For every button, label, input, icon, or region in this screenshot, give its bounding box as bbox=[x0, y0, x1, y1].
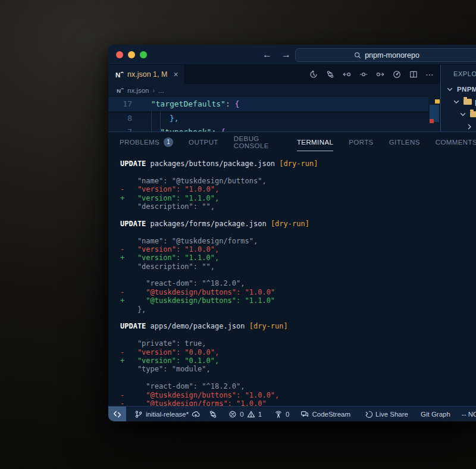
panel-tab-debug-console[interactable]: DEBUG CONSOLE bbox=[234, 132, 281, 151]
explorer-tree-item[interactable] bbox=[441, 120, 476, 132]
breadcrumb-more: ... bbox=[158, 87, 164, 94]
statusbar-label: 0 bbox=[240, 411, 243, 418]
indent-guide bbox=[151, 111, 152, 132]
panel-tab-terminal[interactable]: TERMINAL bbox=[297, 132, 333, 151]
sticky-code-line: 17 "targetDefaults": { bbox=[108, 97, 440, 111]
code-editor[interactable]: 17 "targetDefaults": {8 },7 "typecheck":… bbox=[108, 97, 440, 132]
search-icon bbox=[354, 52, 361, 59]
code-token: { bbox=[235, 97, 240, 111]
terminal-line: + "version": "1.1.0", bbox=[120, 254, 476, 262]
split-editor-icon[interactable] bbox=[409, 70, 418, 79]
panel-tab-gitlens[interactable]: GITLENS bbox=[389, 132, 420, 151]
codestream[interactable]: CodeStream bbox=[300, 410, 350, 418]
window-controls bbox=[116, 51, 147, 58]
explorer-root-item[interactable]: PNPM-MONOREPO bbox=[441, 83, 476, 95]
terminal-line: "description": "", bbox=[120, 202, 476, 211]
svg-text:N: N bbox=[115, 71, 120, 79]
panel-tab-ports[interactable]: PORTS bbox=[349, 132, 373, 151]
code-line: 7 "typecheck": { bbox=[108, 125, 440, 132]
statusbar-label: Git Graph bbox=[421, 411, 450, 418]
breadcrumb-file: nx.json bbox=[127, 87, 149, 94]
explorer-tree-item[interactable]: packages bbox=[441, 95, 476, 108]
back-arrow-icon[interactable]: ← bbox=[262, 50, 273, 60]
bottom-panel: PROBLEMS1OUTPUTDEBUG CONSOLETERMINALPORT… bbox=[108, 132, 476, 406]
panel-tab-label: DEBUG CONSOLE bbox=[234, 135, 281, 149]
git-branch[interactable]: initial-release* bbox=[134, 410, 200, 418]
terminal-line: - "@tuskdesign/buttons": "1.0.0", bbox=[120, 391, 476, 399]
terminal-line: UPDATE packages/buttons/package.json [dr… bbox=[120, 160, 476, 168]
close-window-button[interactable] bbox=[116, 51, 123, 58]
forward-arrow-icon[interactable]: → bbox=[281, 50, 292, 60]
minimap[interactable] bbox=[428, 97, 440, 132]
minimize-window-button[interactable] bbox=[128, 51, 135, 58]
remote-indicator[interactable] bbox=[108, 407, 126, 421]
nx-logo-icon: N bbox=[117, 87, 124, 94]
panel-tab-output[interactable]: OUTPUT bbox=[189, 132, 218, 151]
nx-logo-icon: N bbox=[115, 70, 124, 79]
live-share-icon bbox=[364, 410, 372, 418]
update-keyword: UPDATE bbox=[120, 220, 146, 228]
explorer-tree: PNPM-MONOREPOpackages bbox=[441, 83, 476, 132]
titlebar: ← → pnpm-monorepo bbox=[108, 45, 476, 65]
panel-tab-comments[interactable]: COMMENTS bbox=[436, 132, 476, 151]
command-center-search[interactable]: pnpm-monorepo bbox=[295, 48, 476, 62]
chevron-right-icon: › bbox=[152, 87, 155, 94]
svg-text:N: N bbox=[117, 87, 121, 94]
terminal-line: "react-dom": "^18.2.0", bbox=[120, 279, 476, 287]
statusbar-label: Live Share bbox=[375, 411, 408, 418]
terminal-line: "name": "@tuskdesign/buttons", bbox=[120, 177, 476, 185]
panel-tab-label: COMMENTS bbox=[436, 139, 476, 146]
statusbar-label: CodeStream bbox=[312, 411, 350, 418]
line-number: 17 bbox=[108, 97, 142, 111]
git-graph[interactable]: Git Graph bbox=[421, 411, 450, 418]
close-tab-icon[interactable]: × bbox=[173, 70, 178, 79]
chevron-down-icon bbox=[452, 98, 461, 106]
breadcrumb[interactable]: N nx.json › ... bbox=[108, 84, 440, 97]
ports-forwarded[interactable]: 0 bbox=[274, 410, 289, 418]
panel-tab-label: OUTPUT bbox=[189, 139, 218, 146]
circle-icon[interactable] bbox=[359, 70, 368, 79]
statusbar-label: -- NORMAL -- bbox=[462, 411, 476, 418]
search-value: pnpm-monorepo bbox=[365, 51, 419, 60]
terminal-line: "name": "@tuskdesign/forms", bbox=[120, 237, 476, 245]
explorer-sidebar: EXPLORER PNPM-MONOREPOpackages bbox=[440, 65, 476, 132]
git-compare-icon[interactable] bbox=[325, 70, 334, 79]
next-change-icon[interactable] bbox=[375, 70, 384, 79]
git-actions[interactable] bbox=[209, 410, 217, 418]
history-navigation: ← → bbox=[262, 50, 292, 60]
statusbar-label: 1 bbox=[258, 411, 262, 418]
terminal-line: "description": "", bbox=[120, 262, 476, 271]
explorer-tree-item[interactable] bbox=[441, 108, 476, 120]
zoom-window-button[interactable] bbox=[140, 51, 147, 58]
minimap-mark-yellow bbox=[435, 99, 440, 104]
minimap-mark-red bbox=[430, 119, 434, 123]
cloud-upload-icon bbox=[192, 410, 200, 418]
terminal-line: - "version": "0.0.0", bbox=[120, 348, 476, 357]
timeline-icon[interactable] bbox=[309, 70, 318, 79]
run-circle-icon[interactable] bbox=[392, 70, 401, 79]
problems[interactable]: 01 bbox=[228, 410, 262, 418]
vim-mode[interactable]: -- NORMAL -- bbox=[462, 411, 476, 418]
file-path: packages/forms/package.json bbox=[146, 220, 271, 228]
terminal-line: + "version": "0.1.0", bbox=[120, 357, 476, 365]
editor-tabbar: N nx.json 1, M × ⋯ bbox=[108, 65, 440, 84]
terminal-line bbox=[120, 314, 476, 322]
terminal-line bbox=[120, 228, 476, 236]
remote-icon bbox=[113, 410, 121, 418]
live-share[interactable]: Live Share bbox=[364, 410, 408, 418]
more-actions-icon[interactable]: ⋯ bbox=[425, 70, 434, 79]
panel-tabbar: PROBLEMS1OUTPUTDEBUG CONSOLETERMINALPORT… bbox=[108, 132, 476, 151]
git-compare-icon bbox=[209, 410, 217, 418]
code-line: 8 }, bbox=[108, 111, 440, 125]
tab-nx-json[interactable]: N nx.json 1, M × bbox=[108, 65, 185, 84]
panel-tab-label: GITLENS bbox=[389, 139, 420, 146]
panel-tab-problems[interactable]: PROBLEMS1 bbox=[120, 132, 173, 151]
terminal-line: }, bbox=[120, 305, 476, 314]
folder-icon bbox=[464, 99, 472, 105]
broadcast-icon bbox=[274, 410, 283, 418]
prev-change-icon[interactable] bbox=[342, 70, 351, 79]
problems-count-badge: 1 bbox=[164, 137, 173, 147]
terminal-line: - "version": "1.0.0", bbox=[120, 185, 476, 193]
chevron-down-icon bbox=[459, 110, 467, 118]
terminal-output[interactable]: UPDATE packages/buttons/package.json [dr… bbox=[108, 151, 476, 406]
